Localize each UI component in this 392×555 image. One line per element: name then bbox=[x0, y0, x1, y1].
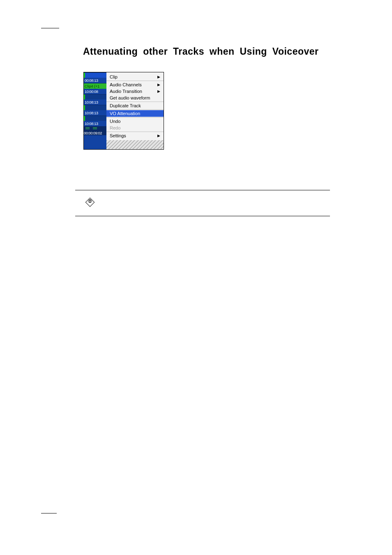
section-heading: Attenuating other Tracks when Using Voic… bbox=[83, 46, 319, 57]
menu-item-label: Settings bbox=[110, 133, 126, 138]
menu-item-audio-transition[interactable]: Audio Transition ▶ bbox=[106, 88, 164, 95]
track-timecode: 10:08:13 bbox=[84, 121, 106, 126]
menu-item-clip[interactable]: Clip ▶ bbox=[106, 74, 164, 80]
timeline-tracks-panel: 00:08:13 Clip4 (+1 10:00:08 10:08:13 10:… bbox=[84, 72, 106, 149]
menu-item-label: Duplicate Track bbox=[110, 103, 141, 108]
menu-item-label: VO Attenuation bbox=[110, 111, 140, 116]
context-menu-screenshot: 00:08:13 Clip4 (+1 10:00:08 10:08:13 10:… bbox=[83, 72, 164, 150]
diamond-exclamation-icon bbox=[85, 197, 95, 207]
menu-item-label: Clip bbox=[110, 74, 118, 79]
menu-item-label: Audio Channels bbox=[110, 82, 142, 87]
track-chip bbox=[84, 105, 106, 110]
svg-rect-4 bbox=[90, 202, 90, 203]
bottom-short-rule bbox=[41, 513, 57, 513]
menu-item-settings[interactable]: Settings ▶ bbox=[106, 132, 164, 139]
menu-separator bbox=[106, 132, 164, 132]
menu-separator bbox=[106, 117, 164, 118]
footer-timecode: 00:00:09:02 bbox=[84, 131, 102, 135]
svg-rect-3 bbox=[90, 200, 90, 201]
hamburger-icon bbox=[93, 127, 97, 130]
note-rule-bottom bbox=[75, 216, 330, 216]
menu-item-get-waveform[interactable]: Get audio waveform bbox=[106, 95, 164, 101]
menu-item-label: Audio Transition bbox=[110, 89, 142, 94]
track-timecode: 00:08:13 bbox=[84, 78, 106, 83]
menu-item-duplicate-track[interactable]: Duplicate Track bbox=[106, 102, 164, 109]
menu-separator bbox=[106, 109, 164, 110]
note-box bbox=[75, 190, 330, 216]
timeline-footer: 00:00:09:02 bbox=[84, 126, 106, 135]
menu-item-undo[interactable]: Undo bbox=[106, 118, 164, 125]
top-short-rule bbox=[41, 28, 59, 28]
menu-separator bbox=[106, 102, 164, 102]
chevron-right-icon: ▶ bbox=[157, 134, 160, 138]
note-rule-top bbox=[75, 190, 330, 190]
chevron-right-icon: ▶ bbox=[157, 89, 160, 93]
track-timecode: 10:00:08 bbox=[84, 89, 106, 94]
track-timecode: 10:08:13 bbox=[84, 99, 106, 105]
track-chip bbox=[84, 94, 106, 99]
chevron-right-icon: ▶ bbox=[157, 83, 160, 87]
timeline-hatched-area bbox=[106, 140, 164, 149]
menu-item-audio-channels[interactable]: Audio Channels ▶ bbox=[106, 81, 164, 88]
menu-item-label: Redo bbox=[110, 125, 120, 130]
menu-item-redo: Redo bbox=[106, 125, 164, 131]
menu-item-vo-attenuation[interactable]: VO Attenuation bbox=[106, 110, 164, 117]
menu-item-label: Undo bbox=[110, 119, 120, 124]
menu-item-label: Get audio waveform bbox=[110, 95, 150, 100]
context-menu: Clip ▶ Audio Channels ▶ Audio Transition… bbox=[106, 72, 164, 149]
track-timecode: 10:08:13 bbox=[84, 110, 106, 116]
menu-separator bbox=[106, 81, 164, 81]
chevron-right-icon: ▶ bbox=[157, 75, 160, 79]
track-chip bbox=[84, 116, 106, 121]
track-chip bbox=[84, 72, 106, 78]
hamburger-icon bbox=[85, 127, 90, 130]
clip-name: Clip4 (+1 bbox=[84, 83, 106, 89]
